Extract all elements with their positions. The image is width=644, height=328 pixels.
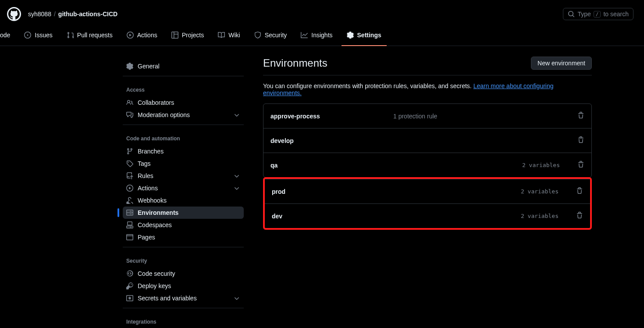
sidebar-item-pages[interactable]: Pages xyxy=(123,231,244,243)
server-icon xyxy=(126,209,133,216)
play-icon xyxy=(126,185,133,192)
breadcrumb-repo[interactable]: github-actions-CICD xyxy=(58,11,117,18)
sidebar-item-rules[interactable]: Rules xyxy=(123,170,244,182)
side-group-title-code: Code and automation xyxy=(123,132,244,145)
sidebar-item-label: Code security xyxy=(138,270,175,277)
env-name: prod xyxy=(272,188,395,195)
sidebar-item-branches[interactable]: Branches xyxy=(123,145,244,157)
git-branch-icon xyxy=(126,148,133,155)
env-row-qa[interactable]: qa 2 variables xyxy=(263,153,591,177)
gear-icon xyxy=(347,32,354,39)
sidebar-item-label: Branches xyxy=(138,148,164,155)
nav-settings[interactable]: Settings xyxy=(342,28,387,46)
chevron-down-icon xyxy=(233,172,240,179)
play-icon xyxy=(127,32,134,39)
sidebar-item-label: Tags xyxy=(138,160,151,167)
issue-opened-icon xyxy=(24,32,31,39)
delete-env-button[interactable] xyxy=(577,161,584,169)
desc-text: You can configure environments with prot… xyxy=(263,82,473,89)
breadcrumb-owner[interactable]: syh8088 xyxy=(28,11,51,18)
sidebar-item-codespaces[interactable]: Codespaces xyxy=(123,219,244,231)
nav-security-label: Security xyxy=(265,32,287,39)
tag-icon xyxy=(126,160,133,167)
table-icon xyxy=(171,32,178,39)
nav-insights-label: Insights xyxy=(311,32,332,39)
nav-code[interactable]: ode xyxy=(0,28,15,46)
environment-list: approve-process 1 protection rule develo… xyxy=(263,103,592,178)
browser-icon xyxy=(126,234,133,241)
env-name: dev xyxy=(272,213,395,220)
page-head: Environments New environment xyxy=(263,57,592,75)
key-icon xyxy=(126,282,133,289)
side-group-security: Security Code security Deploy keys Secre… xyxy=(123,251,244,308)
nav-settings-label: Settings xyxy=(357,32,381,39)
chevron-down-icon xyxy=(233,111,240,118)
nav-security[interactable]: Security xyxy=(249,28,292,46)
sidebar-item-code-security[interactable]: Code security xyxy=(123,267,244,280)
repo-nav: ode Issues Pull requests Actions Project… xyxy=(0,28,644,46)
trash-icon xyxy=(577,161,584,168)
sidebar-item-label: General xyxy=(138,63,160,70)
sidebar-item-general[interactable]: General xyxy=(123,60,244,72)
delete-env-button[interactable] xyxy=(577,136,584,145)
nav-pull-requests[interactable]: Pull requests xyxy=(61,28,118,46)
side-group-code-automation: Code and automation Branches Tags Rules … xyxy=(123,128,244,247)
env-vars: 2 variables xyxy=(521,188,559,195)
env-row-approve-process[interactable]: approve-process 1 protection rule xyxy=(263,104,591,128)
search-icon xyxy=(568,11,575,18)
side-group-title-security: Security xyxy=(123,254,244,267)
sidebar-item-environments[interactable]: Environments xyxy=(123,207,244,219)
env-row-dev[interactable]: dev 2 variables xyxy=(265,204,590,228)
delete-env-button[interactable] xyxy=(577,112,584,120)
environment-list-highlighted: prod 2 variables dev 2 variables xyxy=(263,177,592,230)
new-environment-button[interactable]: New environment xyxy=(531,57,592,70)
nav-wiki[interactable]: Wiki xyxy=(213,28,245,46)
sidebar-item-actions[interactable]: Actions xyxy=(123,182,244,194)
people-icon xyxy=(126,99,133,106)
nav-issues[interactable]: Issues xyxy=(19,28,57,46)
delete-env-button[interactable] xyxy=(576,187,583,196)
sidebar-item-deploy-keys[interactable]: Deploy keys xyxy=(123,280,244,292)
env-row-prod[interactable]: prod 2 variables xyxy=(265,179,590,204)
trash-icon xyxy=(576,187,583,194)
nav-actions[interactable]: Actions xyxy=(121,28,163,46)
breadcrumb: syh8088 / github-actions-CICD xyxy=(28,11,117,18)
search-input[interactable]: Type / to search xyxy=(563,8,633,20)
github-logo[interactable] xyxy=(7,7,21,21)
book-icon xyxy=(218,32,225,39)
nav-insights[interactable]: Insights xyxy=(295,28,338,46)
repo-push-icon xyxy=(126,172,133,179)
env-vars: 2 variables xyxy=(522,162,560,168)
trash-icon xyxy=(577,112,584,119)
layout: General Access Collaborators Moderation … xyxy=(0,46,644,328)
git-pull-request-icon xyxy=(67,32,74,39)
nav-actions-label: Actions xyxy=(137,32,157,39)
sidebar-item-moderation[interactable]: Moderation options xyxy=(123,109,244,121)
graph-icon xyxy=(301,32,308,39)
sidebar-item-tags[interactable]: Tags xyxy=(123,157,244,170)
nav-pr-label: Pull requests xyxy=(77,32,113,39)
search-suffix: to search xyxy=(603,11,629,18)
gear-icon xyxy=(126,63,133,70)
sidebar-item-secrets-variables[interactable]: Secrets and variables xyxy=(123,292,244,304)
header-left: syh8088 / github-actions-CICD xyxy=(7,7,117,21)
side-group-title-access: Access xyxy=(123,83,244,96)
nav-projects[interactable]: Projects xyxy=(166,28,210,46)
sidebar-item-label: Environments xyxy=(138,209,178,216)
env-row-develop[interactable]: develop xyxy=(263,128,591,153)
nav-issues-label: Issues xyxy=(35,32,52,39)
side-group-access: Access Collaborators Moderation options xyxy=(123,80,244,125)
chevron-down-icon xyxy=(233,185,240,192)
sidebar-item-collaborators[interactable]: Collaborators xyxy=(123,96,244,109)
sidebar-item-label: Moderation options xyxy=(138,111,190,118)
github-mark-icon xyxy=(8,8,20,20)
env-meta: 1 protection rule xyxy=(393,113,577,120)
env-name: qa xyxy=(270,162,393,169)
nav-wiki-label: Wiki xyxy=(228,32,240,39)
sidebar-item-webhooks[interactable]: Webhooks xyxy=(123,194,244,207)
env-vars: 2 variables xyxy=(521,213,559,219)
side-group-title-integrations: Integrations xyxy=(123,315,244,328)
sidebar-item-label: Actions xyxy=(138,185,158,192)
search-kbd: / xyxy=(594,11,601,18)
delete-env-button[interactable] xyxy=(576,212,583,220)
